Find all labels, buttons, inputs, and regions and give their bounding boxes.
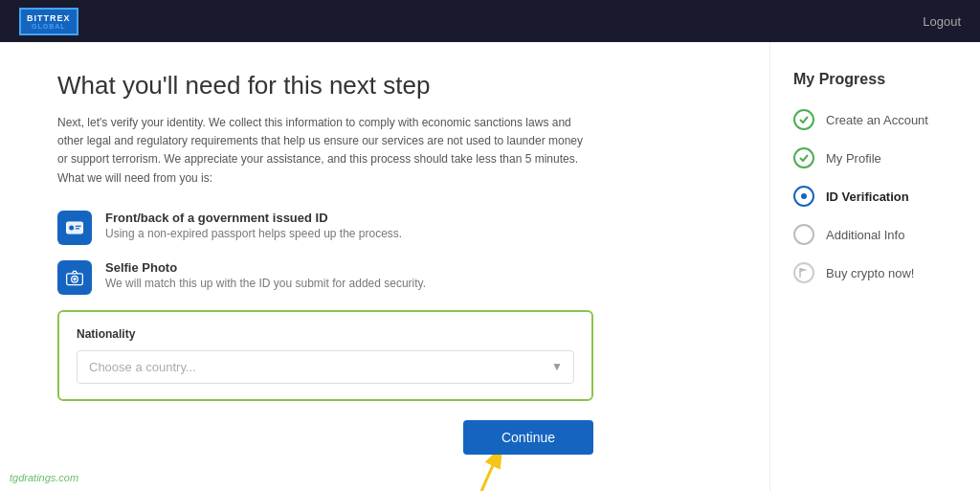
button-area: Continue [57, 420, 593, 455]
progress-create-account: Create an Account [793, 109, 957, 130]
logo: BITTREX GLOBAL [19, 8, 78, 35]
additional-info-icon [793, 224, 814, 245]
camera-icon [65, 268, 84, 287]
svg-rect-0 [67, 222, 83, 234]
progress-additional-info: Additional Info [793, 224, 957, 245]
nationality-label: Nationality [77, 327, 574, 341]
buy-crypto-label: Buy crypto now! [826, 266, 915, 280]
id-card-icon [65, 218, 84, 237]
selfie-label: Selfie Photo [105, 260, 426, 275]
flag-icon [798, 267, 810, 279]
id-label: Front/back of a government issued ID [105, 211, 402, 225]
selfie-icon [57, 260, 92, 295]
main-layout: What you'll need for this next step Next… [0, 42, 980, 491]
check-icon [798, 114, 810, 125]
id-detail: Using a non-expired passport helps speed… [105, 227, 402, 240]
id-text: Front/back of a government issued ID Usi… [105, 211, 402, 240]
additional-info-label: Additional Info [826, 228, 904, 242]
check-icon-2 [798, 152, 810, 164]
buy-crypto-icon [793, 262, 814, 283]
progress-id-verification: ID Verification [793, 186, 957, 207]
watermark: tgdratings.com [10, 472, 78, 483]
my-profile-icon [793, 147, 814, 168]
sidebar: My Progress Create an Account My Profile [769, 42, 980, 491]
main-content: What you'll need for this next step Next… [0, 42, 769, 491]
logo-box: BITTREX GLOBAL [19, 8, 78, 35]
progress-buy-crypto: Buy crypto now! [793, 262, 957, 283]
active-dot [801, 193, 807, 199]
page-title: What you'll need for this next step [57, 71, 712, 100]
requirement-id: Front/back of a government issued ID Usi… [57, 211, 712, 245]
create-account-icon [793, 109, 814, 130]
id-verification-label: ID Verification [826, 190, 909, 204]
my-profile-label: My Profile [826, 151, 881, 166]
country-select-wrapper: Choose a country... ▼ [77, 350, 574, 384]
id-icon [57, 211, 92, 245]
continue-button[interactable]: Continue [463, 420, 593, 455]
selfie-detail: We will match this up with the ID you su… [105, 277, 426, 290]
selfie-text: Selfie Photo We will match this up with … [105, 260, 426, 290]
logo-text-bottom: GLOBAL [32, 23, 66, 30]
page-description: Next, let's verify your identity. We col… [57, 114, 593, 188]
country-select[interactable]: Choose a country... [77, 350, 574, 384]
create-account-label: Create an Account [826, 113, 928, 127]
progress-my-profile: My Profile [793, 147, 957, 168]
logo-text-top: BITTREX [27, 13, 71, 23]
nationality-box: Nationality Choose a country... ▼ [57, 310, 593, 401]
id-verification-icon [793, 186, 814, 207]
requirement-selfie: Selfie Photo We will match this up with … [57, 260, 712, 295]
logout-button[interactable]: Logout [923, 14, 961, 29]
app-header: BITTREX GLOBAL Logout [0, 0, 980, 42]
svg-point-2 [69, 225, 74, 230]
svg-point-7 [73, 278, 76, 280]
sidebar-title: My Progress [793, 71, 957, 88]
